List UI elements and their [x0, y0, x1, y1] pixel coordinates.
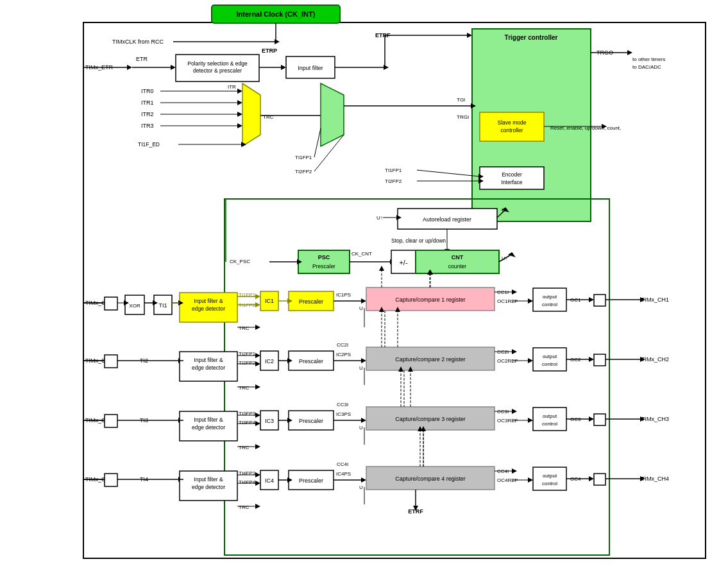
svg-text:Slave mode: Slave mode: [498, 119, 527, 126]
svg-line-71: [417, 170, 480, 176]
svg-rect-106: [105, 297, 117, 310]
svg-marker-255: [528, 298, 533, 304]
svg-text:ITR3: ITR3: [141, 123, 154, 129]
svg-text:Prescaler: Prescaler: [299, 358, 323, 364]
svg-marker-186: [255, 481, 260, 486]
svg-marker-188: [255, 504, 260, 509]
svg-text:TRC: TRC: [239, 445, 250, 450]
svg-text:CC2I: CC2I: [337, 342, 348, 348]
svg-text:PSC: PSC: [318, 254, 330, 261]
svg-rect-129: [105, 474, 117, 486]
svg-text:IC3: IC3: [265, 418, 274, 424]
svg-text:+/-: +/-: [399, 259, 407, 266]
diagram-svg: Internal Clock (CK_INT) TIMxCLK from RCC…: [0, 0, 728, 566]
svg-text:Capture/compare 1 register: Capture/compare 1 register: [395, 296, 466, 303]
svg-marker-264: [512, 409, 517, 414]
svg-text:Prescaler: Prescaler: [299, 477, 323, 484]
svg-text:IC1PS: IC1PS: [336, 292, 351, 298]
svg-marker-22: [384, 65, 389, 70]
svg-marker-273: [528, 477, 533, 483]
svg-text:output: output: [543, 294, 557, 300]
svg-text:to DAC/ADC: to DAC/ADC: [632, 64, 661, 70]
svg-marker-197: [361, 298, 366, 304]
svg-rect-38: [480, 167, 544, 189]
svg-text:detector & prescaler: detector & prescaler: [193, 67, 242, 74]
svg-marker-166: [255, 384, 260, 390]
svg-marker-288: [589, 297, 594, 302]
svg-text:TIMx_CH2: TIMx_CH2: [641, 356, 669, 363]
svg-text:TI1F_ED: TI1F_ED: [138, 141, 160, 148]
svg-rect-117: [105, 355, 117, 368]
svg-text:Internal Clock (CK_INT): Internal Clock (CK_INT): [237, 10, 316, 18]
svg-text:TIMx_CH4: TIMx_CH4: [641, 476, 669, 482]
svg-text:CNT: CNT: [452, 254, 464, 261]
svg-marker-17: [281, 65, 286, 70]
svg-text:U: U: [359, 365, 363, 371]
svg-marker-295: [589, 357, 594, 362]
svg-rect-123: [105, 415, 117, 427]
svg-text:IC2: IC2: [265, 358, 274, 364]
svg-marker-54: [237, 123, 242, 128]
svg-text:counter: counter: [448, 263, 467, 270]
svg-text:Trigger controller: Trigger controller: [505, 34, 558, 41]
svg-text:TI4FP3: TI4FP3: [239, 470, 256, 476]
svg-text:TI1FP1: TI1FP1: [295, 155, 312, 160]
svg-text:Reset, enable, up/down, count,: Reset, enable, up/down, count,: [550, 125, 621, 131]
svg-text:control: control: [542, 302, 557, 307]
svg-text:U↑: U↑: [377, 215, 383, 221]
svg-text:edge detector: edge detector: [192, 305, 225, 312]
svg-text:Capture/compare 3 register: Capture/compare 3 register: [395, 416, 466, 422]
svg-text:Prescaler: Prescaler: [312, 263, 335, 270]
svg-text:TI3FP3: TI3FP3: [239, 411, 256, 416]
svg-text:ITR2: ITR2: [141, 111, 154, 117]
svg-text:TRC: TRC: [239, 385, 250, 391]
svg-text:TI1: TI1: [158, 302, 167, 309]
svg-text:ETR: ETR: [136, 56, 148, 62]
svg-text:TI2FP1: TI2FP1: [239, 351, 256, 357]
svg-text:Encoder: Encoder: [502, 171, 522, 178]
svg-rect-283: [533, 467, 566, 490]
svg-marker-11: [171, 65, 176, 70]
svg-text:Input filter: Input filter: [298, 65, 323, 71]
svg-text:CK_CNT: CK_CNT: [351, 251, 372, 257]
svg-text:TI2FP2: TI2FP2: [385, 178, 402, 184]
svg-text:output: output: [543, 413, 557, 419]
svg-text:Stop, clear or up/down: Stop, clear or up/down: [391, 237, 446, 244]
svg-text:edge detector: edge detector: [192, 424, 225, 431]
svg-text:ITR: ITR: [228, 84, 236, 90]
svg-marker-8: [127, 65, 132, 70]
diagram: Internal Clock (CK_INT) TIMxCLK from RCC…: [0, 0, 728, 566]
svg-marker-175: [255, 421, 260, 426]
svg-marker-204: [361, 358, 366, 363]
svg-text:TI2FP2: TI2FP2: [295, 169, 312, 175]
svg-text:edge detector: edge detector: [192, 484, 225, 490]
svg-marker-48: [237, 89, 242, 94]
svg-text:to other timers: to other timers: [632, 56, 665, 62]
svg-marker-270: [512, 468, 517, 474]
svg-rect-280: [533, 407, 566, 431]
svg-text:U: U: [359, 305, 363, 311]
svg-marker-5: [275, 39, 280, 44]
svg-text:IC4PS: IC4PS: [336, 471, 351, 477]
svg-marker-50: [237, 100, 242, 105]
svg-text:CC4I: CC4I: [337, 461, 348, 467]
svg-text:TI1FP1: TI1FP1: [385, 167, 402, 173]
svg-marker-218: [361, 477, 366, 483]
svg-rect-277: [533, 348, 566, 371]
svg-marker-26: [467, 33, 472, 38]
svg-text:Capture/compare 4 register: Capture/compare 4 register: [395, 476, 466, 482]
svg-marker-309: [589, 476, 594, 481]
svg-text:edge detector: edge detector: [192, 364, 225, 371]
svg-rect-289: [594, 295, 605, 306]
svg-marker-151: [255, 294, 260, 299]
svg-marker-62: [321, 83, 344, 146]
svg-marker-258: [512, 349, 517, 354]
svg-text:TRC: TRC: [239, 325, 250, 331]
svg-rect-303: [594, 414, 605, 425]
svg-text:Polarity selection & edge: Polarity selection & edge: [187, 60, 248, 67]
svg-text:controller: controller: [501, 127, 523, 133]
svg-text:Input filter &: Input filter &: [194, 357, 223, 363]
svg-text:ETRP: ETRP: [262, 47, 277, 54]
svg-text:TGI: TGI: [457, 97, 465, 103]
svg-text:Autoreload register: Autoreload register: [423, 216, 471, 223]
